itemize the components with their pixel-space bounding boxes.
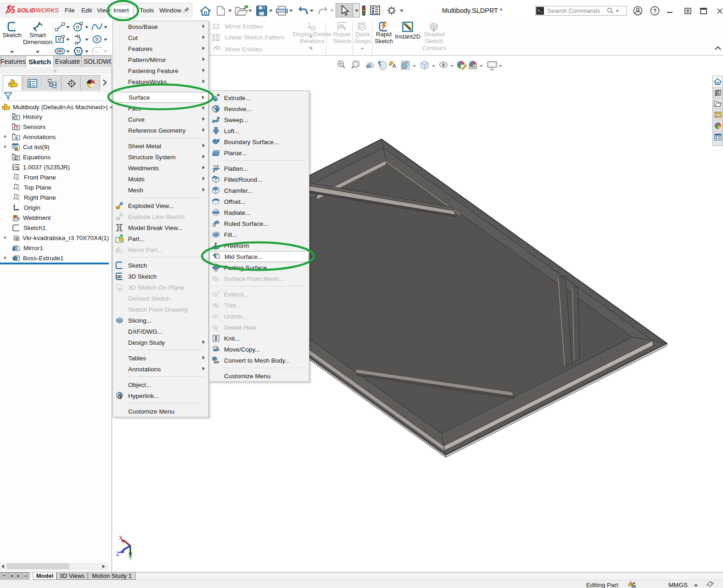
svg-text:SOLID: SOLID	[17, 7, 36, 14]
svg-text:X: X	[119, 535, 123, 541]
svg-text:Z: Z	[116, 551, 119, 557]
svg-text:!: !	[630, 582, 632, 586]
svg-text:WORKS: WORKS	[36, 7, 59, 14]
svg-text:A: A	[14, 135, 18, 140]
svg-text:Y: Y	[129, 555, 132, 561]
svg-text:3D: 3D	[118, 288, 122, 291]
svg-text:3D: 3D	[117, 274, 122, 279]
